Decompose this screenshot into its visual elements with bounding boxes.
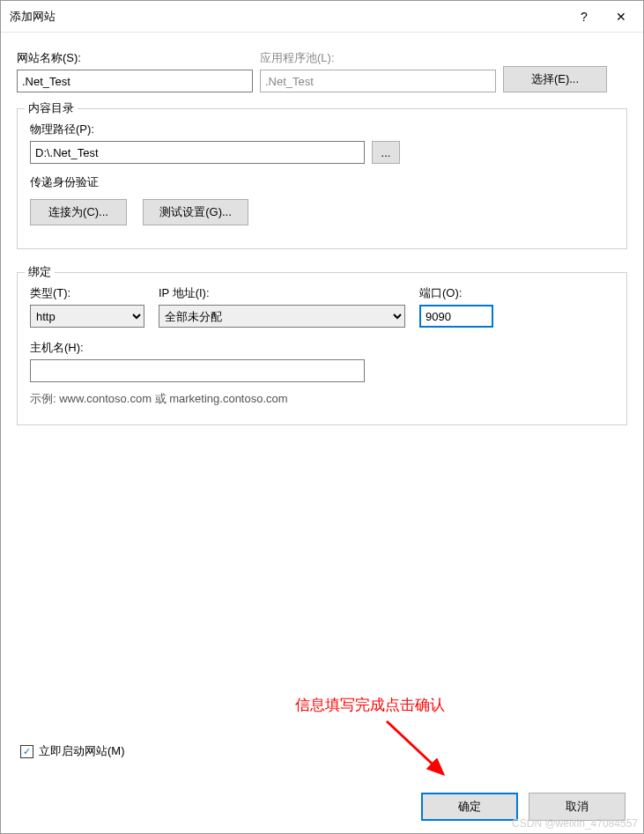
titlebar: 添加网站 ? ✕ <box>1 1 643 33</box>
physical-path-input[interactable] <box>30 141 365 164</box>
app-pool-input <box>260 70 496 92</box>
content-dir-legend: 内容目录 <box>25 100 78 116</box>
window-title: 添加网站 <box>10 9 566 25</box>
binding-legend: 绑定 <box>25 264 55 280</box>
physical-path-label: 物理路径(P): <box>30 122 614 137</box>
ok-button[interactable]: 确定 <box>421 793 518 821</box>
start-site-label: 立即启动网站(M) <box>39 743 125 759</box>
app-pool-label: 应用程序池(L): <box>260 50 496 66</box>
host-example: 示例: www.contoso.com 或 marketing.contoso.… <box>30 391 614 407</box>
type-select[interactable]: http <box>30 305 144 328</box>
annotation-text: 信息填写完成点击确认 <box>295 695 445 715</box>
test-settings-button[interactable]: 测试设置(G)... <box>143 199 248 225</box>
binding-group: 绑定 类型(T): http IP 地址(I): 全部未分配 端口(O): 主机… <box>17 272 627 425</box>
auth-label: 传递身份验证 <box>30 174 614 190</box>
help-button[interactable]: ? <box>566 4 603 30</box>
watermark: CSDN @weixin_47084557 <box>512 817 638 830</box>
host-input[interactable] <box>30 359 365 382</box>
port-label: 端口(O): <box>419 285 493 301</box>
host-label: 主机名(H): <box>30 340 614 356</box>
site-name-input[interactable] <box>17 70 253 92</box>
type-label: 类型(T): <box>30 285 144 301</box>
close-button[interactable]: ✕ <box>603 4 640 30</box>
site-name-label: 网站名称(S): <box>17 50 253 66</box>
port-input[interactable] <box>419 305 493 328</box>
connect-as-button[interactable]: 连接为(C)... <box>30 199 127 225</box>
svg-line-0 <box>387 721 443 774</box>
select-pool-button[interactable]: 选择(E)... <box>503 66 607 92</box>
content-directory-group: 内容目录 物理路径(P): ... 传递身份验证 连接为(C)... 测试设置(… <box>17 108 627 249</box>
start-site-checkbox[interactable]: ✓ <box>20 745 33 758</box>
browse-button[interactable]: ... <box>372 141 400 164</box>
annotation-arrow <box>380 714 459 785</box>
start-site-checkbox-row: ✓ 立即启动网站(M) <box>20 743 125 759</box>
ip-label: IP 地址(I): <box>159 285 405 301</box>
ip-select[interactable]: 全部未分配 <box>159 305 405 328</box>
